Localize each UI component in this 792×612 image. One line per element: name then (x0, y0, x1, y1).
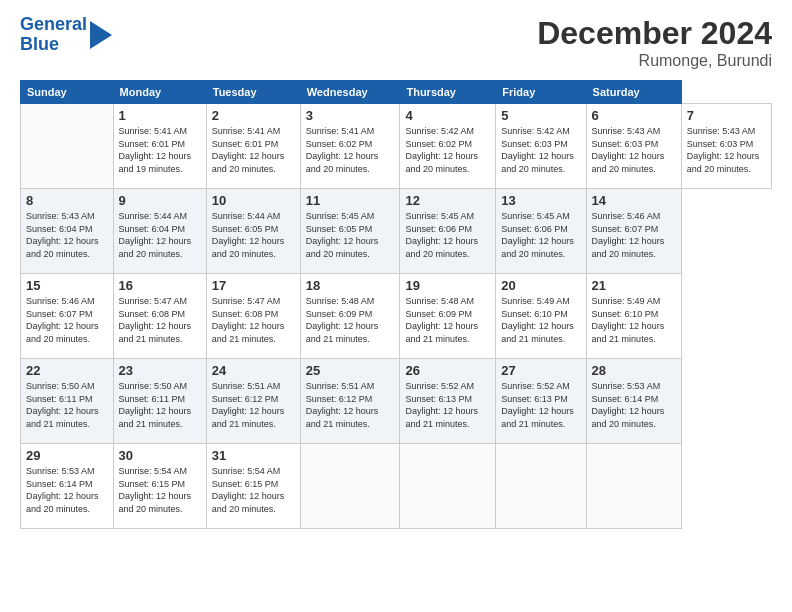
day-info: Sunrise: 5:45 AMSunset: 6:05 PMDaylight:… (306, 210, 395, 260)
calendar-cell (21, 104, 114, 189)
logo-line2: Blue (20, 35, 87, 55)
day-info: Sunrise: 5:46 AMSunset: 6:07 PMDaylight:… (592, 210, 676, 260)
logo: General Blue (20, 15, 112, 55)
calendar-cell: 7Sunrise: 5:43 AMSunset: 6:03 PMDaylight… (681, 104, 771, 189)
day-number: 31 (212, 448, 295, 463)
day-info: Sunrise: 5:50 AMSunset: 6:11 PMDaylight:… (119, 380, 201, 430)
calendar-cell: 29Sunrise: 5:53 AMSunset: 6:14 PMDayligh… (21, 444, 114, 529)
day-info: Sunrise: 5:49 AMSunset: 6:10 PMDaylight:… (501, 295, 580, 345)
calendar-cell: 9Sunrise: 5:44 AMSunset: 6:04 PMDaylight… (113, 189, 206, 274)
calendar-cell: 20Sunrise: 5:49 AMSunset: 6:10 PMDayligh… (496, 274, 586, 359)
day-number: 23 (119, 363, 201, 378)
calendar-cell: 28Sunrise: 5:53 AMSunset: 6:14 PMDayligh… (586, 359, 681, 444)
calendar-cell (496, 444, 586, 529)
day-number: 6 (592, 108, 676, 123)
day-number: 28 (592, 363, 676, 378)
day-number: 7 (687, 108, 766, 123)
day-number: 18 (306, 278, 395, 293)
day-number: 5 (501, 108, 580, 123)
calendar-cell: 31Sunrise: 5:54 AMSunset: 6:15 PMDayligh… (206, 444, 300, 529)
calendar-cell: 4Sunrise: 5:42 AMSunset: 6:02 PMDaylight… (400, 104, 496, 189)
day-number: 9 (119, 193, 201, 208)
title-block: December 2024 Rumonge, Burundi (537, 15, 772, 70)
calendar-week-2: 8Sunrise: 5:43 AMSunset: 6:04 PMDaylight… (21, 189, 772, 274)
day-number: 29 (26, 448, 108, 463)
day-number: 17 (212, 278, 295, 293)
day-number: 15 (26, 278, 108, 293)
calendar-cell: 22Sunrise: 5:50 AMSunset: 6:11 PMDayligh… (21, 359, 114, 444)
day-number: 25 (306, 363, 395, 378)
day-number: 20 (501, 278, 580, 293)
day-info: Sunrise: 5:53 AMSunset: 6:14 PMDaylight:… (26, 465, 108, 515)
calendar-cell: 6Sunrise: 5:43 AMSunset: 6:03 PMDaylight… (586, 104, 681, 189)
day-number: 10 (212, 193, 295, 208)
day-info: Sunrise: 5:48 AMSunset: 6:09 PMDaylight:… (306, 295, 395, 345)
day-number: 16 (119, 278, 201, 293)
day-number: 21 (592, 278, 676, 293)
day-number: 2 (212, 108, 295, 123)
day-number: 22 (26, 363, 108, 378)
day-number: 11 (306, 193, 395, 208)
calendar-cell: 10Sunrise: 5:44 AMSunset: 6:05 PMDayligh… (206, 189, 300, 274)
day-number: 27 (501, 363, 580, 378)
day-info: Sunrise: 5:49 AMSunset: 6:10 PMDaylight:… (592, 295, 676, 345)
calendar-cell: 25Sunrise: 5:51 AMSunset: 6:12 PMDayligh… (300, 359, 400, 444)
main-title: December 2024 (537, 15, 772, 52)
day-info: Sunrise: 5:41 AMSunset: 6:01 PMDaylight:… (212, 125, 295, 175)
day-info: Sunrise: 5:52 AMSunset: 6:13 PMDaylight:… (405, 380, 490, 430)
day-info: Sunrise: 5:48 AMSunset: 6:09 PMDaylight:… (405, 295, 490, 345)
calendar-cell: 5Sunrise: 5:42 AMSunset: 6:03 PMDaylight… (496, 104, 586, 189)
day-info: Sunrise: 5:51 AMSunset: 6:12 PMDaylight:… (212, 380, 295, 430)
calendar-header-row: Sunday Monday Tuesday Wednesday Thursday… (21, 81, 772, 104)
calendar-cell: 13Sunrise: 5:45 AMSunset: 6:06 PMDayligh… (496, 189, 586, 274)
day-number: 12 (405, 193, 490, 208)
day-number: 4 (405, 108, 490, 123)
header-sunday: Sunday (21, 81, 114, 104)
day-info: Sunrise: 5:42 AMSunset: 6:03 PMDaylight:… (501, 125, 580, 175)
day-info: Sunrise: 5:45 AMSunset: 6:06 PMDaylight:… (405, 210, 490, 260)
day-number: 30 (119, 448, 201, 463)
day-info: Sunrise: 5:51 AMSunset: 6:12 PMDaylight:… (306, 380, 395, 430)
calendar-cell (300, 444, 400, 529)
header-wednesday: Wednesday (300, 81, 400, 104)
calendar-cell: 1Sunrise: 5:41 AMSunset: 6:01 PMDaylight… (113, 104, 206, 189)
calendar-cell: 26Sunrise: 5:52 AMSunset: 6:13 PMDayligh… (400, 359, 496, 444)
calendar-week-1: 1Sunrise: 5:41 AMSunset: 6:01 PMDaylight… (21, 104, 772, 189)
calendar-cell: 19Sunrise: 5:48 AMSunset: 6:09 PMDayligh… (400, 274, 496, 359)
calendar-cell: 27Sunrise: 5:52 AMSunset: 6:13 PMDayligh… (496, 359, 586, 444)
day-info: Sunrise: 5:44 AMSunset: 6:04 PMDaylight:… (119, 210, 201, 260)
calendar-table: Sunday Monday Tuesday Wednesday Thursday… (20, 80, 772, 529)
calendar-cell: 24Sunrise: 5:51 AMSunset: 6:12 PMDayligh… (206, 359, 300, 444)
day-info: Sunrise: 5:46 AMSunset: 6:07 PMDaylight:… (26, 295, 108, 345)
calendar-cell (586, 444, 681, 529)
day-info: Sunrise: 5:45 AMSunset: 6:06 PMDaylight:… (501, 210, 580, 260)
header-saturday: Saturday (586, 81, 681, 104)
day-number: 1 (119, 108, 201, 123)
day-info: Sunrise: 5:50 AMSunset: 6:11 PMDaylight:… (26, 380, 108, 430)
day-number: 24 (212, 363, 295, 378)
day-info: Sunrise: 5:43 AMSunset: 6:03 PMDaylight:… (592, 125, 676, 175)
calendar-cell: 2Sunrise: 5:41 AMSunset: 6:01 PMDaylight… (206, 104, 300, 189)
logo-icon (90, 21, 112, 49)
day-info: Sunrise: 5:54 AMSunset: 6:15 PMDaylight:… (212, 465, 295, 515)
calendar-cell: 30Sunrise: 5:54 AMSunset: 6:15 PMDayligh… (113, 444, 206, 529)
day-info: Sunrise: 5:43 AMSunset: 6:03 PMDaylight:… (687, 125, 766, 175)
calendar-week-3: 15Sunrise: 5:46 AMSunset: 6:07 PMDayligh… (21, 274, 772, 359)
calendar-cell: 8Sunrise: 5:43 AMSunset: 6:04 PMDaylight… (21, 189, 114, 274)
day-info: Sunrise: 5:41 AMSunset: 6:02 PMDaylight:… (306, 125, 395, 175)
calendar-cell: 14Sunrise: 5:46 AMSunset: 6:07 PMDayligh… (586, 189, 681, 274)
header: General Blue December 2024 Rumonge, Buru… (20, 15, 772, 70)
header-friday: Friday (496, 81, 586, 104)
calendar-week-5: 29Sunrise: 5:53 AMSunset: 6:14 PMDayligh… (21, 444, 772, 529)
day-number: 3 (306, 108, 395, 123)
day-info: Sunrise: 5:47 AMSunset: 6:08 PMDaylight:… (119, 295, 201, 345)
calendar-cell: 11Sunrise: 5:45 AMSunset: 6:05 PMDayligh… (300, 189, 400, 274)
day-info: Sunrise: 5:53 AMSunset: 6:14 PMDaylight:… (592, 380, 676, 430)
day-info: Sunrise: 5:54 AMSunset: 6:15 PMDaylight:… (119, 465, 201, 515)
day-info: Sunrise: 5:43 AMSunset: 6:04 PMDaylight:… (26, 210, 108, 260)
day-number: 26 (405, 363, 490, 378)
svg-marker-0 (90, 21, 112, 49)
calendar-cell: 16Sunrise: 5:47 AMSunset: 6:08 PMDayligh… (113, 274, 206, 359)
calendar-cell: 3Sunrise: 5:41 AMSunset: 6:02 PMDaylight… (300, 104, 400, 189)
page: General Blue December 2024 Rumonge, Buru… (0, 0, 792, 612)
